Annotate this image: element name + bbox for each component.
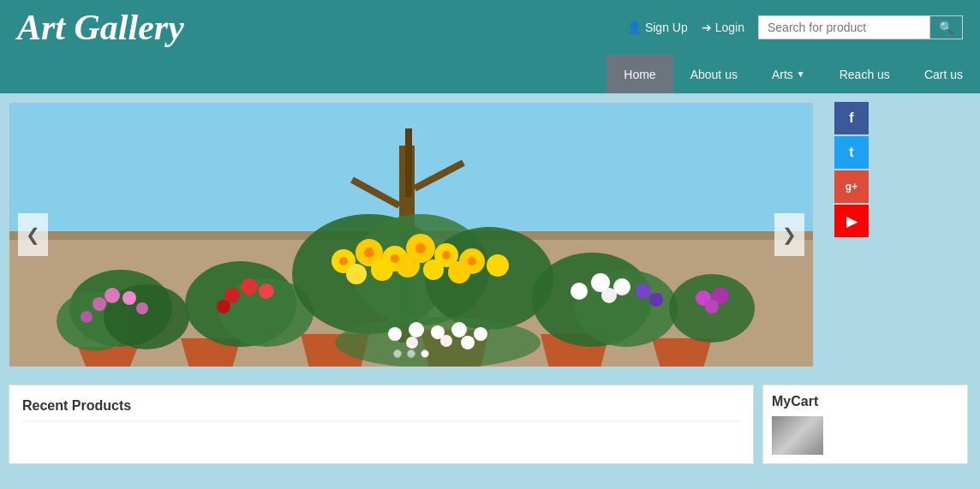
- nav-about-label: About us: [690, 68, 738, 81]
- nav-item-cart[interactable]: Cart us: [907, 55, 980, 93]
- carousel-indicators: [393, 349, 429, 358]
- facebook-icon: f: [849, 110, 853, 126]
- svg-point-46: [442, 251, 451, 259]
- indicator-3[interactable]: [421, 349, 429, 358]
- carousel-prev-button[interactable]: ❮: [18, 213, 48, 256]
- svg-point-58: [409, 322, 424, 337]
- search-input[interactable]: [758, 15, 929, 39]
- svg-point-47: [468, 257, 476, 265]
- mycart-panel: MyCart: [762, 385, 968, 464]
- svg-point-25: [217, 300, 230, 313]
- svg-point-61: [474, 327, 487, 341]
- svg-point-63: [440, 335, 452, 347]
- youtube-icon: ▶: [846, 213, 857, 230]
- login-link[interactable]: ➔ Login: [702, 21, 744, 34]
- svg-point-26: [259, 283, 274, 299]
- login-label: Login: [715, 21, 744, 34]
- svg-point-39: [396, 253, 420, 277]
- svg-point-36: [487, 254, 509, 277]
- carousel-wrapper: ❮ ❯: [9, 102, 831, 367]
- svg-point-60: [451, 322, 467, 337]
- indicator-2[interactable]: [407, 349, 415, 358]
- nav-home-label: Home: [624, 68, 655, 81]
- recent-products-title: Recent Products: [22, 398, 740, 421]
- youtube-button[interactable]: ▶: [834, 205, 869, 237]
- svg-point-38: [371, 259, 393, 281]
- twitter-icon: t: [849, 145, 853, 160]
- svg-point-56: [335, 317, 541, 367]
- login-icon: ➔: [702, 21, 712, 34]
- svg-point-42: [339, 257, 348, 265]
- signup-label: Sign Up: [645, 21, 688, 34]
- site-title: Art Gallery: [17, 7, 184, 48]
- nav-cart-label: Cart us: [924, 68, 963, 81]
- recent-products-panel: Recent Products: [9, 385, 754, 464]
- svg-point-16: [93, 297, 106, 311]
- svg-point-57: [388, 327, 402, 341]
- mycart-title: MyCart: [772, 394, 959, 409]
- thumb-image: [772, 416, 823, 455]
- svg-point-24: [241, 278, 258, 295]
- next-icon: ❯: [782, 224, 797, 245]
- indicator-1[interactable]: [393, 349, 402, 358]
- svg-point-40: [423, 259, 444, 280]
- navbar: Home About us Arts ▼ Reach us Cart us: [0, 55, 980, 93]
- svg-point-62: [406, 337, 418, 349]
- user-icon: 👤: [627, 21, 642, 34]
- svg-point-18: [81, 311, 93, 323]
- svg-rect-10: [405, 128, 412, 197]
- nav-reach-label: Reach us: [840, 68, 890, 81]
- svg-point-55: [649, 293, 663, 307]
- svg-point-64: [461, 336, 475, 349]
- svg-point-43: [364, 247, 374, 258]
- svg-point-29: [425, 227, 553, 330]
- facebook-button[interactable]: f: [834, 102, 869, 134]
- header-auth: 👤 Sign Up ➔ Login 🔍: [627, 15, 963, 39]
- carousel-image: [9, 103, 814, 367]
- svg-point-68: [705, 300, 719, 313]
- mycart-thumbnail: [772, 416, 823, 455]
- bottom-section: Recent Products MyCart: [0, 376, 980, 473]
- main-content: ❮ ❯ f t g+ ▶: [0, 93, 980, 376]
- sidebar-social: f t g+ ▶: [834, 102, 869, 367]
- nav-item-arts[interactable]: Arts ▼: [755, 55, 822, 93]
- svg-point-41: [448, 261, 470, 283]
- carousel-container: ❮ ❯: [9, 102, 814, 367]
- svg-marker-8: [652, 338, 712, 367]
- googleplus-button[interactable]: g+: [834, 170, 869, 203]
- search-wrapper: 🔍: [758, 15, 963, 39]
- nav-item-home[interactable]: Home: [607, 55, 672, 93]
- arts-dropdown-arrow: ▼: [797, 69, 805, 79]
- svg-point-44: [391, 254, 399, 263]
- nav-item-reach[interactable]: Reach us: [822, 55, 907, 93]
- svg-point-54: [636, 283, 651, 299]
- svg-point-17: [105, 288, 120, 303]
- carousel-next-button[interactable]: ❯: [774, 213, 804, 256]
- signup-link[interactable]: 👤 Sign Up: [627, 21, 688, 34]
- prev-icon: ❮: [26, 224, 40, 245]
- header-top: Art Gallery 👤 Sign Up ➔ Login 🔍: [0, 0, 980, 55]
- svg-point-45: [415, 243, 426, 253]
- svg-point-50: [571, 283, 588, 300]
- svg-point-20: [136, 302, 148, 314]
- twitter-button[interactable]: t: [834, 136, 869, 169]
- svg-point-53: [601, 288, 617, 303]
- googleplus-icon: g+: [846, 181, 858, 193]
- svg-point-19: [122, 291, 136, 305]
- svg-point-37: [346, 264, 367, 284]
- nav-arts-label: Arts: [772, 68, 793, 81]
- search-button[interactable]: 🔍: [929, 15, 963, 39]
- nav-item-about[interactable]: About us: [673, 55, 755, 93]
